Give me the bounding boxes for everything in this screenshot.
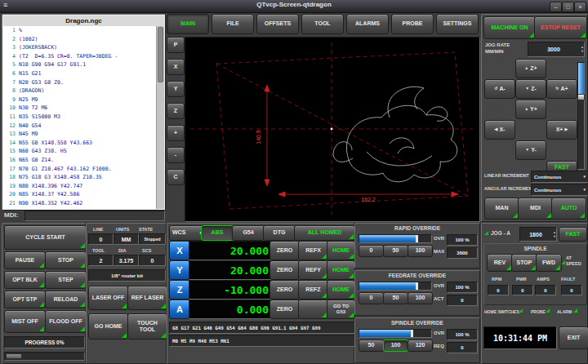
- jog-a-minus-button[interactable]: ↺A-: [484, 79, 515, 99]
- gcode-line[interactable]: 12N40 G54: [3, 122, 157, 131]
- gcode-line[interactable]: 14N55 G0 X148.558 Y43.663: [3, 139, 157, 148]
- zoom-in-button[interactable]: +: [167, 125, 185, 141]
- rapid-100-button[interactable]: 100: [408, 245, 433, 257]
- jog-speed-slider[interactable]: [577, 62, 585, 170]
- zero-a-button[interactable]: ZERO: [270, 300, 300, 319]
- spindle-rev-button[interactable]: REV: [487, 254, 513, 272]
- view-z-button[interactable]: Z: [167, 103, 185, 119]
- jog-a-spinbox[interactable]: 1800 ▲ ▼: [519, 227, 557, 242]
- flood-button[interactable]: FLOOD OFF: [45, 310, 87, 333]
- bottom-slider-handle[interactable]: [6, 353, 22, 359]
- axis-a-button[interactable]: A: [169, 300, 190, 319]
- cycle-start-button[interactable]: CYCLE START: [4, 225, 87, 250]
- jog-z-plus-button[interactable]: ▲Z+: [515, 59, 546, 78]
- gcode-line[interactable]: 9N25 M9: [3, 95, 157, 104]
- gcode-line[interactable]: 19N80 X148.396 Y42.747: [3, 182, 157, 191]
- gremlin-preview-canvas[interactable]: 140.9 162.2: [185, 37, 480, 222]
- gcode-line[interactable]: 16N65 G0 Z14.: [3, 156, 157, 165]
- gcode-line[interactable]: 10N30 T2 M6: [3, 104, 157, 113]
- spindle-50-button[interactable]: 50: [359, 340, 384, 352]
- gcode-line[interactable]: 3(JOKERSBACK): [3, 43, 157, 52]
- mode-mdi-button[interactable]: MDI: [518, 198, 553, 220]
- zoom-out-button[interactable]: -: [167, 147, 185, 163]
- go-to-g53-button[interactable]: GO TO G53: [327, 300, 355, 319]
- close-button[interactable]: ×: [574, 2, 586, 12]
- rapid-0-button[interactable]: 0: [359, 245, 384, 257]
- jog-x-minus-button[interactable]: ◀X-: [484, 120, 515, 140]
- spindle-override-slider[interactable]: [359, 329, 432, 338]
- mist-button[interactable]: MIST OFF: [4, 310, 46, 333]
- gcode-line[interactable]: 18N75 G18 G3 X148.458 Z10.35: [3, 173, 157, 182]
- optional-block-button[interactable]: OPT BLK: [4, 271, 46, 289]
- gcode-line[interactable]: 17N70 G1 Z10.467 F43.162 F1000.: [3, 165, 157, 174]
- bottom-slider[interactable]: [4, 352, 85, 361]
- reload-button[interactable]: RELOAD: [45, 291, 87, 309]
- machine-on-button[interactable]: MACHINE ON: [483, 16, 536, 39]
- jog-speed-slider-handle[interactable]: [577, 94, 585, 100]
- angular-increment-select[interactable]: Continuous▼: [531, 184, 588, 196]
- feedrate-override-slider[interactable]: [359, 282, 432, 291]
- go-home-button[interactable]: GO HOME: [88, 313, 128, 340]
- gcode-line[interactable]: 7N20 G53 G0 Z0.: [3, 78, 157, 87]
- optional-stop-button[interactable]: OPT STP: [4, 291, 46, 309]
- zero-x-button[interactable]: ZERO: [270, 241, 300, 260]
- home-y-button[interactable]: HOME: [327, 260, 355, 280]
- all-homed-button[interactable]: ALL HOMED: [294, 225, 355, 241]
- gcode-line[interactable]: 5N10 G90 G94 G17 G91.1: [3, 60, 157, 69]
- exit-button[interactable]: EXIT: [559, 326, 588, 349]
- gcode-line[interactable]: 8(DRAGON): [3, 87, 157, 95]
- dtg-button[interactable]: DTG: [263, 225, 296, 241]
- tab-main[interactable]: MAIN: [167, 14, 209, 34]
- gcode-scrollbar[interactable]: [156, 26, 164, 209]
- mode-auto-button[interactable]: AUTO: [551, 198, 586, 220]
- axis-x-button[interactable]: X: [169, 241, 190, 260]
- gcode-line[interactable]: 21N90 X148.352 Y42.462: [3, 199, 157, 208]
- home-x-button[interactable]: HOME: [327, 241, 355, 260]
- mdi-input[interactable]: [24, 211, 165, 221]
- spin-up-icon[interactable]: ▲: [553, 231, 556, 234]
- gcode-line[interactable]: 11N35 S15000 M3: [3, 113, 157, 122]
- spin-down-icon[interactable]: ▼: [581, 50, 584, 53]
- feed-0-button[interactable]: 0: [359, 292, 384, 304]
- gcode-scrollbar-thumb[interactable]: [158, 27, 163, 82]
- tab-offsets[interactable]: OFFSETS: [256, 14, 299, 34]
- ref-y-button[interactable]: REFY: [298, 260, 328, 280]
- spindle-120-button[interactable]: 120: [408, 340, 433, 352]
- touch-tool-button[interactable]: TOUCH TOOL: [127, 313, 167, 340]
- gcode-line[interactable]: 15N60 G43 Z38. H5: [3, 147, 157, 156]
- tab-tool[interactable]: TOOL: [301, 14, 344, 34]
- clear-view-button[interactable]: C: [167, 169, 185, 185]
- g54-button[interactable]: G54: [232, 225, 265, 241]
- jog-rate-spinbox[interactable]: 3000 ▲ ▼: [528, 42, 585, 57]
- step-button[interactable]: STEP: [45, 271, 87, 289]
- tab-file[interactable]: FILE: [212, 14, 254, 34]
- jog-a-fast-button[interactable]: FAST: [559, 227, 587, 242]
- ref-a-button[interactable]: [298, 300, 328, 319]
- spindle-100-button[interactable]: 100: [383, 340, 408, 352]
- pause-button[interactable]: PAUSE: [4, 251, 46, 269]
- tab-alarms[interactable]: ALARMS: [346, 14, 389, 34]
- axis-y-button[interactable]: Y: [169, 260, 190, 280]
- gcode-line[interactable]: 13N45 M9: [3, 130, 157, 139]
- tab-probe[interactable]: PROBE: [391, 14, 434, 34]
- gcode-line[interactable]: 4(T2 D=6.35 CR=0. TAPER=30DEG -: [3, 52, 157, 61]
- estop-reset-button[interactable]: ESTOP RESET: [534, 16, 587, 39]
- mode-manual-button[interactable]: MAN: [484, 198, 519, 220]
- laser-button[interactable]: LASER OFF: [88, 286, 128, 310]
- view-y-button[interactable]: Y: [167, 81, 185, 97]
- gcode-line[interactable]: 6N15 G21: [3, 69, 157, 78]
- ref-laser-button[interactable]: REF LASER: [127, 286, 167, 310]
- gcode-line[interactable]: 1%: [3, 26, 157, 35]
- view-perspective-button[interactable]: P: [167, 37, 185, 53]
- feed-50-button[interactable]: 50: [383, 292, 408, 304]
- jog-y-plus-button[interactable]: ▲Y+: [515, 100, 546, 119]
- axis-z-button[interactable]: Z: [169, 280, 190, 300]
- spin-down-icon[interactable]: ▼: [553, 235, 556, 238]
- spindle-fwd-button[interactable]: FWD: [536, 254, 562, 272]
- jog-x-plus-button[interactable]: X+▶: [546, 120, 577, 140]
- rapid-50-button[interactable]: 50: [383, 245, 408, 257]
- view-x-button[interactable]: X: [167, 59, 185, 75]
- stop-button[interactable]: STOP: [45, 251, 87, 269]
- gcode-line[interactable]: 2(1002): [3, 35, 157, 44]
- minimize-button[interactable]: –: [550, 2, 562, 12]
